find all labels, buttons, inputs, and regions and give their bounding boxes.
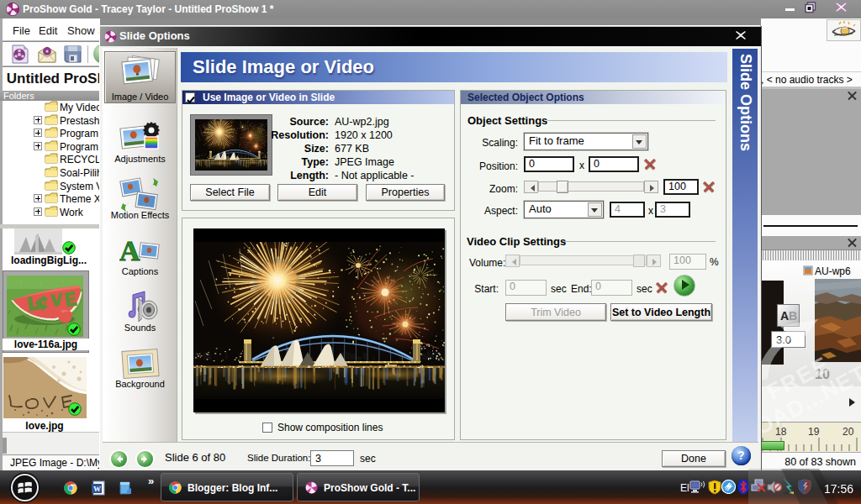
svg-text:A: A: [119, 235, 140, 266]
svg-text:W: W: [93, 485, 101, 493]
